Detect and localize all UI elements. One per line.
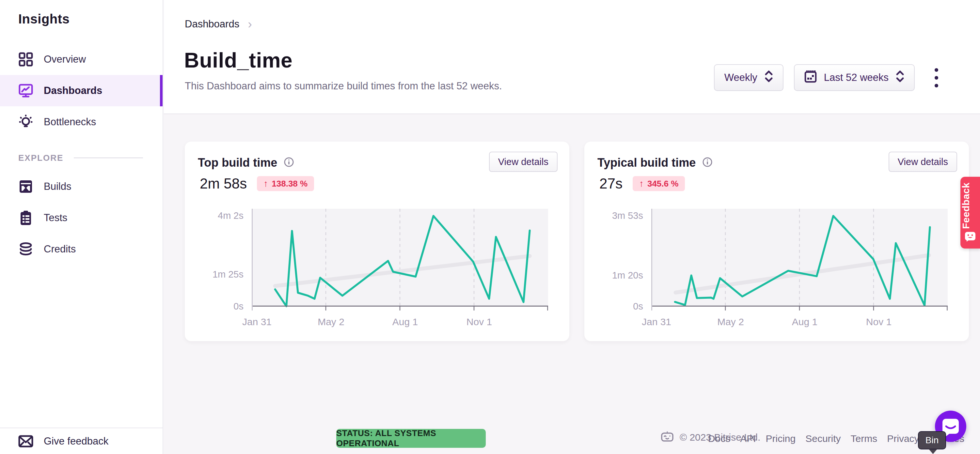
main-content: Dashboards › Build_time This Dashboard a… — [164, 0, 980, 454]
dashboard-title: Build_time — [184, 48, 293, 72]
envelope-icon — [18, 435, 33, 448]
sidebar-item-label: Tests — [44, 212, 67, 224]
grid-icon — [18, 52, 33, 67]
insights-page: Insights Overview Dashboards — [0, 0, 980, 454]
chevron-updown-icon — [765, 70, 773, 85]
x-axis-tick-label: Jan 31 — [627, 316, 686, 327]
footer-link[interactable]: Pricing — [766, 433, 796, 444]
builds-icon — [18, 179, 33, 194]
arrow-up-icon: ↑ — [639, 178, 644, 189]
footer-link[interactable]: Privacy — [887, 433, 919, 444]
build-time-chart[interactable]: 3m 53s1m 20s0sJan 31May 2Aug 1Nov 1 — [584, 209, 969, 339]
footer-link[interactable]: Docs — [708, 433, 730, 444]
credits-icon — [18, 242, 33, 257]
sidebar-item-bottlenecks[interactable]: Bottlenecks — [0, 106, 162, 138]
sidebar-item-builds[interactable]: Builds — [0, 171, 162, 202]
x-axis-tick-label: Aug 1 — [376, 316, 434, 327]
lightbulb-icon — [18, 114, 33, 130]
frequency-select-value: Weekly — [724, 72, 757, 84]
sidebar-item-label: Bottlenecks — [44, 116, 96, 128]
x-axis-tick-label: May 2 — [701, 316, 760, 327]
give-feedback-button[interactable]: Give feedback — [0, 428, 162, 454]
breadcrumb-dashboards[interactable]: Dashboards — [185, 18, 239, 30]
date-range-select[interactable]: Last 52 weeks — [794, 64, 915, 91]
sidebar-item-tests[interactable]: Tests — [0, 202, 162, 233]
view-details-button[interactable]: View details — [889, 152, 957, 172]
breadcrumb: Dashboards › — [185, 18, 252, 30]
view-details-button[interactable]: View details — [489, 152, 558, 172]
y-axis-tick-label: 3m 53s — [584, 210, 643, 221]
tests-icon — [18, 210, 33, 225]
info-icon[interactable] — [702, 157, 713, 168]
chevron-right-icon: › — [248, 19, 252, 29]
y-axis-tick-label: 1m 20s — [584, 270, 643, 281]
smiley-bubble-icon — [965, 232, 976, 243]
y-axis-tick-label: 0s — [185, 301, 243, 312]
x-axis-tick-label: Jan 31 — [228, 316, 286, 327]
sidebar-item-label: Overview — [44, 54, 86, 65]
bitrise-bot-icon — [661, 431, 674, 444]
y-axis-tick-label: 0s — [584, 301, 643, 312]
sidebar-item-credits[interactable]: Credits — [0, 233, 162, 265]
page-title: Insights — [18, 12, 70, 26]
status-badge[interactable]: STATUS: ALL SYSTEMS OPERATIONAL — [336, 429, 486, 448]
chevron-updown-icon — [896, 70, 904, 85]
x-axis-tick-label: Nov 1 — [450, 316, 509, 327]
dashboard-subtitle: This Dashboard aims to summarize build t… — [185, 80, 502, 92]
y-axis-tick-label: 1m 25s — [185, 269, 243, 280]
bin-tooltip: Bin — [918, 431, 946, 449]
arrow-up-icon: ↑ — [263, 178, 268, 189]
chart-plot[interactable] — [252, 209, 548, 313]
card-title: Top build time — [198, 156, 277, 170]
give-feedback-label: Give feedback — [44, 435, 108, 447]
sidebar-item-label: Builds — [44, 181, 71, 192]
header-controls: Weekly Last 52 weeks — [714, 64, 946, 91]
info-icon[interactable] — [284, 157, 294, 168]
top-build-time-card: Top build time View details 2m 58s ↑ 138… — [185, 141, 570, 341]
feedback-tab[interactable]: Feedback — [961, 177, 980, 249]
page-header: Dashboards › Build_time This Dashboard a… — [164, 0, 980, 114]
footer-link[interactable]: Terms — [851, 433, 878, 444]
feedback-tab-label: Feedback — [961, 181, 980, 230]
delta-badge: ↑ 345.6 % — [633, 176, 685, 191]
explore-section-header: EXPLORE — [0, 150, 162, 166]
date-range-value: Last 52 weeks — [824, 72, 889, 84]
chart-plot[interactable] — [651, 209, 948, 313]
sidebar-item-dashboards[interactable]: Dashboards — [0, 75, 162, 106]
frequency-select[interactable]: Weekly — [714, 64, 783, 91]
typical-build-time-card: Typical build time View details 27s ↑ 34… — [584, 141, 969, 341]
dashboard-icon — [18, 83, 33, 98]
delta-value: 345.6 % — [648, 179, 678, 189]
footer-link[interactable]: API — [740, 433, 756, 444]
metric-value: 27s — [599, 175, 622, 192]
metric-value: 2m 58s — [200, 175, 247, 192]
calendar-icon — [804, 70, 817, 86]
sidebar-item-label: Credits — [44, 243, 76, 255]
y-axis-tick-label: 4m 2s — [185, 210, 243, 221]
x-axis-tick-label: Nov 1 — [850, 316, 908, 327]
delta-badge: ↑ 138.38 % — [257, 176, 314, 191]
x-axis-tick-label: May 2 — [302, 316, 360, 327]
more-options-button[interactable] — [926, 64, 946, 91]
card-title: Typical build time — [597, 156, 696, 170]
x-axis-tick-label: Aug 1 — [775, 316, 834, 327]
sidebar-nav: Overview Dashboards — [0, 44, 162, 265]
section-divider — [74, 157, 143, 158]
footer-link[interactable]: Security — [805, 433, 841, 444]
sidebar-item-overview[interactable]: Overview — [0, 44, 162, 75]
sidebar-item-label: Dashboards — [44, 85, 102, 97]
explore-section-label: EXPLORE — [18, 153, 63, 163]
delta-value: 138.38 % — [272, 179, 307, 189]
sidebar: Insights Overview Dashboards — [0, 0, 163, 454]
bin-tooltip-label: Bin — [926, 435, 939, 446]
build-time-chart[interactable]: 4m 2s1m 25s0sJan 31May 2Aug 1Nov 1 — [185, 209, 570, 339]
